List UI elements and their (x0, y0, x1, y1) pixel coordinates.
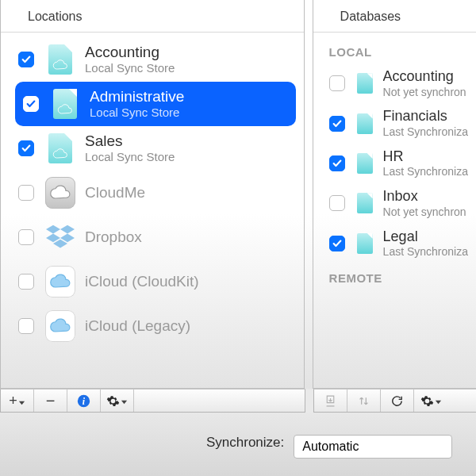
location-row[interactable]: Dropbox (1, 215, 304, 259)
location-row[interactable]: iCloud (CloudKit) (1, 259, 304, 304)
cloud-doc-icon (50, 86, 80, 121)
gear-button[interactable] (101, 390, 134, 412)
list-item-title: HR (383, 148, 468, 166)
cloud-doc-icon (45, 42, 75, 77)
list-item-title: Financials (383, 108, 468, 125)
location-row[interactable]: Administrative Local Sync Store (15, 82, 296, 126)
database-row[interactable]: Inbox Not yet synchron (313, 183, 476, 223)
info-button[interactable]: i (67, 390, 101, 412)
list-item-title: Accounting (383, 68, 466, 86)
databases-toolbar (313, 389, 476, 413)
database-row[interactable]: Financials Last Synchroniza (313, 103, 476, 143)
checkbox[interactable] (18, 229, 34, 245)
list-item-subtitle: Last Synchroniza (383, 245, 468, 259)
synchronize-label: Synchronize: (206, 435, 284, 451)
synchronize-value: Automatic (302, 440, 359, 454)
list-item-subtitle: Not yet synchron (383, 205, 466, 219)
database-icon (355, 151, 375, 176)
list-item-title: Sales (85, 132, 175, 151)
location-row[interactable]: Sales Local Sync Store (1, 126, 304, 171)
swap-button[interactable] (347, 390, 381, 412)
main-panels: Locations Accounting Local Sync Store Ad… (0, 0, 476, 389)
list-item-subtitle: Last Synchroniza (383, 165, 468, 178)
checkbox[interactable] (329, 75, 345, 91)
checkbox[interactable] (18, 185, 34, 201)
database-icon (355, 231, 375, 256)
synchronize-select[interactable]: Automatic (294, 435, 452, 459)
checkbox[interactable] (329, 155, 345, 171)
location-row[interactable]: CloudMe (1, 171, 304, 215)
gear-button-db[interactable] (414, 390, 447, 412)
toolbars: + − i (0, 389, 476, 413)
icloud-icon (45, 264, 75, 299)
list-item-title: Legal (383, 228, 468, 246)
checkbox[interactable] (329, 195, 345, 211)
list-item-title: Dropbox (85, 228, 142, 247)
list-item-subtitle: Local Sync Store (90, 106, 184, 120)
list-item-title: iCloud (CloudKit) (85, 273, 199, 291)
checkbox[interactable] (329, 116, 345, 132)
list-item-subtitle: Local Sync Store (85, 61, 175, 75)
footer-bar: Synchronize: Automatic (0, 413, 476, 476)
database-icon (355, 111, 375, 136)
database-icon (355, 71, 375, 96)
cloud-doc-icon (45, 131, 75, 166)
database-row[interactable]: Accounting Not yet synchron (313, 63, 476, 103)
refresh-button[interactable] (381, 390, 414, 412)
list-item-subtitle: Local Sync Store (85, 150, 175, 164)
cloudme-icon (45, 175, 75, 210)
list-item-title: Accounting (85, 44, 175, 62)
section-local: LOCAL (313, 37, 476, 63)
database-icon (355, 190, 375, 216)
locations-toolbar: + − i (0, 389, 305, 413)
location-row[interactable]: Accounting Local Sync Store (1, 37, 304, 82)
checkbox[interactable] (18, 274, 34, 290)
databases-panel: Databases LOCAL Accounting Not yet synch… (313, 0, 476, 389)
locations-list[interactable]: Accounting Local Sync Store Administrati… (1, 33, 304, 388)
databases-list[interactable]: LOCAL Accounting Not yet synchron Financ… (313, 33, 476, 388)
checkbox[interactable] (18, 52, 34, 67)
checkbox[interactable] (329, 236, 345, 251)
list-item-title: iCloud (Legacy) (85, 317, 190, 336)
dropbox-icon (45, 220, 75, 255)
list-item-title: Administrative (90, 88, 184, 106)
checkbox[interactable] (18, 318, 34, 334)
list-item-subtitle: Not yet synchron (383, 86, 466, 99)
locations-panel: Locations Accounting Local Sync Store Ad… (0, 0, 305, 389)
checkbox[interactable] (18, 140, 34, 156)
list-item-title: Inbox (383, 188, 466, 205)
databases-header: Databases (313, 0, 476, 33)
remove-button[interactable]: − (34, 390, 67, 412)
icloud-icon (45, 309, 75, 344)
checkbox[interactable] (23, 96, 39, 112)
database-row[interactable]: Legal Last Synchroniza (313, 224, 476, 263)
database-row[interactable]: HR Last Synchroniza (313, 144, 476, 183)
list-item-title: CloudMe (85, 184, 145, 202)
list-item-subtitle: Last Synchroniza (383, 125, 468, 139)
section-remote: REMOTE (313, 263, 476, 290)
add-button[interactable]: + (1, 390, 34, 412)
download-button[interactable] (314, 390, 347, 412)
location-row[interactable]: iCloud (Legacy) (1, 304, 304, 348)
locations-header: Locations (1, 0, 304, 33)
